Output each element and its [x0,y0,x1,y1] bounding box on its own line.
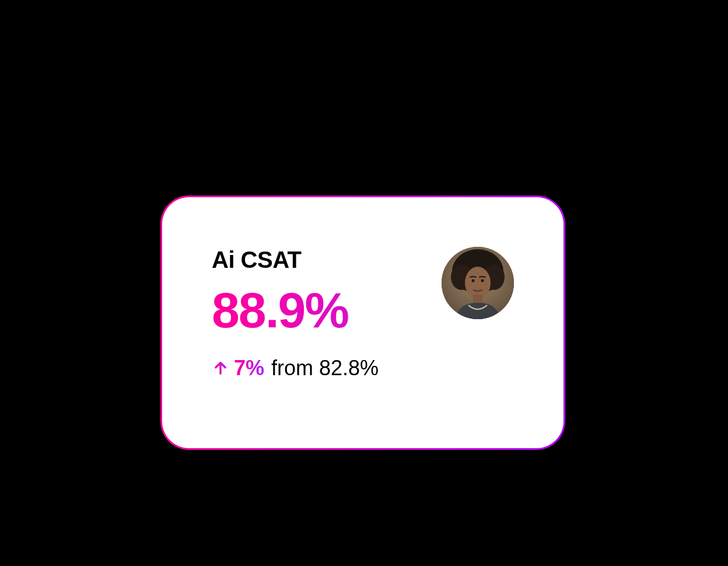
svg-point-6 [472,279,475,282]
svg-point-4 [465,267,491,299]
metric-change-delta: 7% [234,356,264,380]
svg-point-7 [481,279,484,282]
avatar [442,247,514,319]
csat-metric-card: Ai CSAT 88.9% 7% from 82.8% [162,197,564,448]
card-content: Ai CSAT 88.9% 7% from 82.8% [212,247,514,407]
metric-change-row: 7% from 82.8% [212,356,514,380]
metric-change-from: from 82.8% [271,356,379,380]
arrow-up-icon [212,359,229,377]
